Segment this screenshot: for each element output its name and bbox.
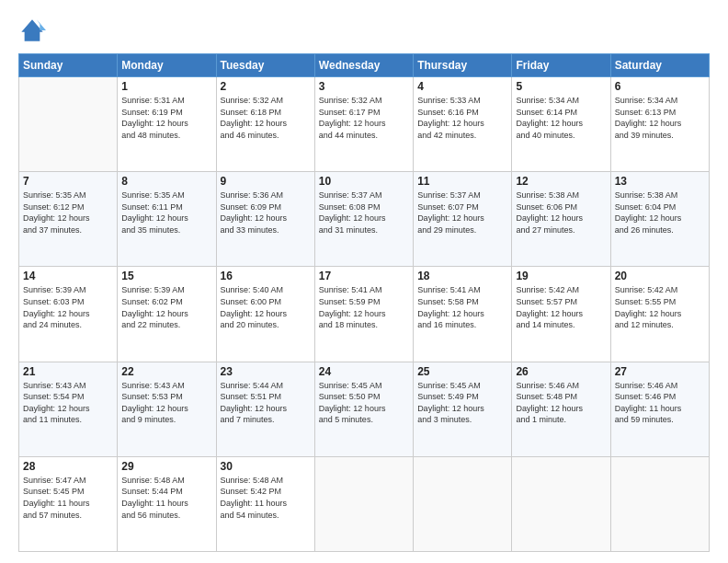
day-number: 18: [417, 270, 507, 282]
calendar-cell: 28Sunrise: 5:47 AM Sunset: 5:45 PM Dayli…: [19, 456, 118, 551]
week-row-3: 14Sunrise: 5:39 AM Sunset: 6:03 PM Dayli…: [19, 267, 710, 362]
day-number: 6: [615, 80, 705, 93]
day-info: Sunrise: 5:39 AM Sunset: 6:02 PM Dayligh…: [121, 284, 211, 330]
calendar-cell: 1Sunrise: 5:31 AM Sunset: 6:19 PM Daylig…: [118, 77, 216, 172]
day-number: 26: [516, 365, 606, 378]
calendar-cell: 2Sunrise: 5:32 AM Sunset: 6:18 PM Daylig…: [216, 77, 314, 172]
calendar-cell: 18Sunrise: 5:41 AM Sunset: 5:58 PM Dayli…: [414, 267, 512, 362]
calendar-cell: [512, 456, 610, 551]
day-number: 30: [221, 460, 311, 473]
calendar-cell: [19, 77, 118, 172]
svg-marker-0: [21, 19, 42, 40]
calendar-cell: 21Sunrise: 5:43 AM Sunset: 5:54 PM Dayli…: [19, 362, 118, 456]
calendar-cell: 16Sunrise: 5:40 AM Sunset: 6:00 PM Dayli…: [216, 267, 314, 362]
calendar-cell: 8Sunrise: 5:35 AM Sunset: 6:11 PM Daylig…: [118, 172, 216, 267]
calendar-cell: 9Sunrise: 5:36 AM Sunset: 6:09 PM Daylig…: [216, 172, 314, 267]
logo-icon: [18, 17, 46, 44]
day-info: Sunrise: 5:40 AM Sunset: 6:00 PM Dayligh…: [221, 284, 311, 330]
weekday-header-sunday: Sunday: [19, 54, 118, 77]
calendar-cell: 6Sunrise: 5:34 AM Sunset: 6:13 PM Daylig…: [610, 77, 709, 172]
day-info: Sunrise: 5:43 AM Sunset: 5:53 PM Dayligh…: [121, 380, 211, 426]
calendar-cell: 25Sunrise: 5:45 AM Sunset: 5:49 PM Dayli…: [414, 362, 512, 456]
weekday-header-wednesday: Wednesday: [314, 54, 413, 77]
header: [18, 17, 710, 44]
day-number: 27: [615, 365, 705, 378]
day-info: Sunrise: 5:46 AM Sunset: 5:48 PM Dayligh…: [516, 380, 606, 426]
day-number: 17: [319, 270, 409, 282]
day-info: Sunrise: 5:31 AM Sunset: 6:19 PM Dayligh…: [121, 95, 211, 141]
day-number: 7: [23, 175, 113, 188]
day-number: 29: [121, 460, 211, 473]
calendar-cell: [414, 456, 512, 551]
week-row-1: 1Sunrise: 5:31 AM Sunset: 6:19 PM Daylig…: [19, 77, 710, 172]
day-info: Sunrise: 5:34 AM Sunset: 6:14 PM Dayligh…: [516, 95, 606, 141]
calendar-cell: 24Sunrise: 5:45 AM Sunset: 5:50 PM Dayli…: [314, 362, 413, 456]
calendar-cell: 12Sunrise: 5:38 AM Sunset: 6:06 PM Dayli…: [512, 172, 610, 267]
day-number: 21: [23, 365, 113, 378]
calendar-cell: 27Sunrise: 5:46 AM Sunset: 5:46 PM Dayli…: [610, 362, 709, 456]
day-info: Sunrise: 5:43 AM Sunset: 5:54 PM Dayligh…: [23, 380, 113, 426]
day-number: 12: [516, 175, 606, 188]
day-info: Sunrise: 5:32 AM Sunset: 6:18 PM Dayligh…: [221, 95, 311, 141]
weekday-header-thursday: Thursday: [414, 54, 512, 77]
day-number: 14: [23, 270, 113, 282]
calendar-cell: 13Sunrise: 5:38 AM Sunset: 6:04 PM Dayli…: [610, 172, 709, 267]
day-number: 20: [615, 270, 705, 282]
calendar-cell: 11Sunrise: 5:37 AM Sunset: 6:07 PM Dayli…: [414, 172, 512, 267]
week-row-5: 28Sunrise: 5:47 AM Sunset: 5:45 PM Dayli…: [19, 456, 710, 551]
day-info: Sunrise: 5:48 AM Sunset: 5:42 PM Dayligh…: [221, 475, 311, 521]
calendar-cell: 15Sunrise: 5:39 AM Sunset: 6:02 PM Dayli…: [118, 267, 216, 362]
day-info: Sunrise: 5:37 AM Sunset: 6:07 PM Dayligh…: [417, 190, 507, 236]
calendar-cell: 30Sunrise: 5:48 AM Sunset: 5:42 PM Dayli…: [216, 456, 314, 551]
day-number: 5: [516, 80, 606, 93]
weekday-header-tuesday: Tuesday: [216, 54, 314, 77]
day-info: Sunrise: 5:35 AM Sunset: 6:11 PM Dayligh…: [121, 190, 211, 236]
day-info: Sunrise: 5:41 AM Sunset: 5:59 PM Dayligh…: [319, 284, 409, 330]
day-number: 13: [615, 175, 705, 188]
day-number: 10: [319, 175, 409, 188]
calendar-cell: 14Sunrise: 5:39 AM Sunset: 6:03 PM Dayli…: [19, 267, 118, 362]
day-info: Sunrise: 5:47 AM Sunset: 5:45 PM Dayligh…: [23, 475, 113, 521]
day-info: Sunrise: 5:36 AM Sunset: 6:09 PM Dayligh…: [221, 190, 311, 236]
calendar-cell: 19Sunrise: 5:42 AM Sunset: 5:57 PM Dayli…: [512, 267, 610, 362]
calendar-cell: 10Sunrise: 5:37 AM Sunset: 6:08 PM Dayli…: [314, 172, 413, 267]
day-info: Sunrise: 5:37 AM Sunset: 6:08 PM Dayligh…: [319, 190, 409, 236]
calendar-cell: 20Sunrise: 5:42 AM Sunset: 5:55 PM Dayli…: [610, 267, 709, 362]
calendar-cell: 5Sunrise: 5:34 AM Sunset: 6:14 PM Daylig…: [512, 77, 610, 172]
day-number: 19: [516, 270, 606, 282]
day-number: 23: [221, 365, 311, 378]
calendar-cell: 4Sunrise: 5:33 AM Sunset: 6:16 PM Daylig…: [414, 77, 512, 172]
day-number: 24: [319, 365, 409, 378]
calendar-cell: 22Sunrise: 5:43 AM Sunset: 5:53 PM Dayli…: [118, 362, 216, 456]
day-number: 1: [121, 80, 211, 93]
week-row-4: 21Sunrise: 5:43 AM Sunset: 5:54 PM Dayli…: [19, 362, 710, 456]
calendar-cell: [314, 456, 413, 551]
day-info: Sunrise: 5:45 AM Sunset: 5:49 PM Dayligh…: [417, 380, 507, 426]
day-info: Sunrise: 5:48 AM Sunset: 5:44 PM Dayligh…: [121, 475, 211, 521]
day-info: Sunrise: 5:35 AM Sunset: 6:12 PM Dayligh…: [23, 190, 113, 236]
weekday-header-friday: Friday: [512, 54, 610, 77]
day-info: Sunrise: 5:44 AM Sunset: 5:51 PM Dayligh…: [221, 380, 311, 426]
day-number: 3: [319, 80, 409, 93]
day-info: Sunrise: 5:38 AM Sunset: 6:04 PM Dayligh…: [615, 190, 705, 236]
day-info: Sunrise: 5:34 AM Sunset: 6:13 PM Dayligh…: [615, 95, 705, 141]
day-info: Sunrise: 5:39 AM Sunset: 6:03 PM Dayligh…: [23, 284, 113, 330]
calendar-table: SundayMondayTuesdayWednesdayThursdayFrid…: [18, 53, 710, 552]
day-number: 28: [23, 460, 113, 473]
day-info: Sunrise: 5:45 AM Sunset: 5:50 PM Dayligh…: [319, 380, 409, 426]
weekday-header-row: SundayMondayTuesdayWednesdayThursdayFrid…: [19, 54, 710, 77]
day-number: 11: [417, 175, 507, 188]
day-number: 8: [121, 175, 211, 188]
day-info: Sunrise: 5:41 AM Sunset: 5:58 PM Dayligh…: [417, 284, 507, 330]
week-row-2: 7Sunrise: 5:35 AM Sunset: 6:12 PM Daylig…: [19, 172, 710, 267]
day-info: Sunrise: 5:38 AM Sunset: 6:06 PM Dayligh…: [516, 190, 606, 236]
weekday-header-monday: Monday: [118, 54, 216, 77]
weekday-header-saturday: Saturday: [610, 54, 709, 77]
day-number: 16: [221, 270, 311, 282]
calendar-page: SundayMondayTuesdayWednesdayThursdayFrid…: [0, 0, 728, 563]
calendar-cell: 17Sunrise: 5:41 AM Sunset: 5:59 PM Dayli…: [314, 267, 413, 362]
calendar-cell: 26Sunrise: 5:46 AM Sunset: 5:48 PM Dayli…: [512, 362, 610, 456]
day-info: Sunrise: 5:46 AM Sunset: 5:46 PM Dayligh…: [615, 380, 705, 426]
day-info: Sunrise: 5:42 AM Sunset: 5:57 PM Dayligh…: [516, 284, 606, 330]
calendar-cell: 7Sunrise: 5:35 AM Sunset: 6:12 PM Daylig…: [19, 172, 118, 267]
